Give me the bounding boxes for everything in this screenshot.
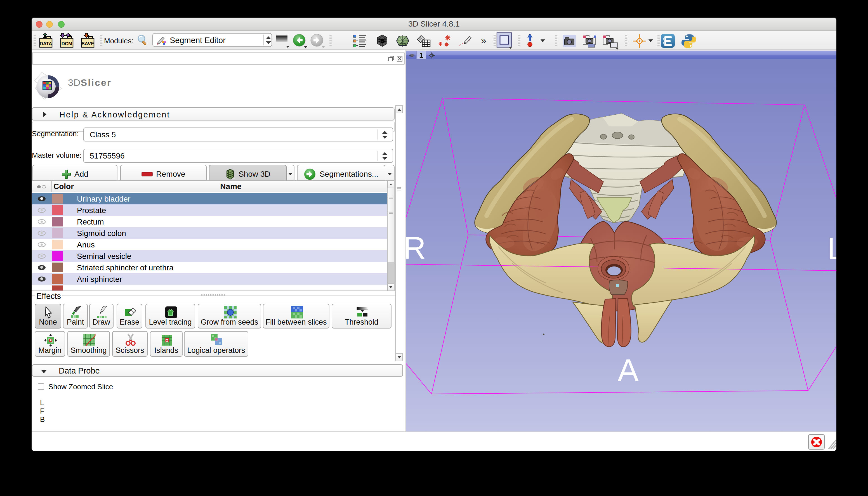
svg-text:A: A — [618, 353, 639, 388]
svg-text:R: R — [406, 230, 426, 265]
svg-text:L: L — [827, 231, 836, 266]
